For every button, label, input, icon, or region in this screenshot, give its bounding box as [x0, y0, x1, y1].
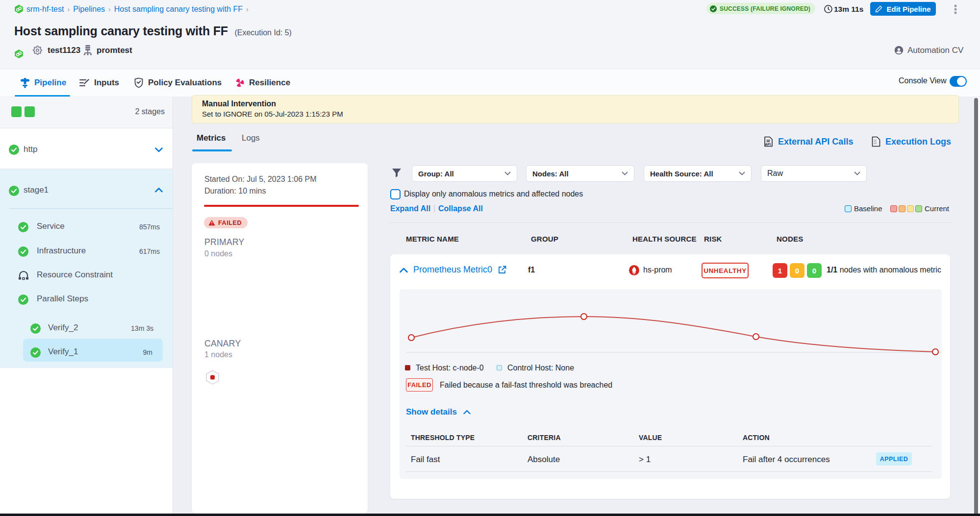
svg-text:API: API [765, 143, 771, 146]
